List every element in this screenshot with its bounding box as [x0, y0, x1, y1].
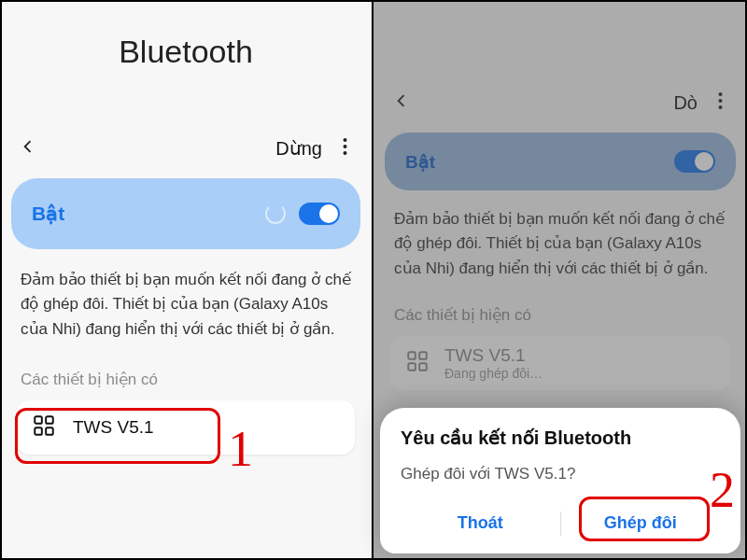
dialog-title: Yêu cầu kết nối Bluetooth	[401, 427, 720, 449]
back-icon[interactable]	[392, 91, 411, 114]
pairing-request-dialog: Yêu cầu kết nối Bluetooth Ghép đôi với T…	[380, 408, 740, 553]
bluetooth-toggle-card[interactable]: Bật	[11, 178, 360, 249]
svg-point-9	[719, 105, 723, 109]
svg-point-7	[719, 92, 723, 96]
toggle-label: Bật	[32, 203, 64, 225]
svg-rect-10	[408, 352, 416, 359]
svg-rect-13	[419, 363, 427, 371]
visibility-description: Đảm bảo thiết bị bạn muốn kết nối đang ở…	[0, 249, 372, 342]
annotation-number-2: 2	[710, 461, 735, 519]
bluetooth-toggle-card[interactable]: Bật	[385, 133, 736, 190]
device-type-icon	[32, 413, 56, 442]
bluetooth-toggle[interactable]	[299, 203, 340, 225]
toggle-label: Bật	[405, 151, 435, 173]
device-name: TWS V5.1	[73, 417, 154, 438]
dialog-message: Ghép đôi với TWS V5.1?	[401, 449, 720, 502]
svg-point-0	[344, 138, 347, 142]
sub-header: Dừng	[0, 79, 372, 173]
scan-button[interactable]: Dò	[673, 92, 698, 114]
device-row-tws[interactable]: TWS V5.1 Đang ghép đôi…	[390, 336, 730, 390]
svg-point-1	[344, 145, 347, 148]
sub-header: Dò	[374, 0, 747, 127]
more-options-icon[interactable]	[343, 137, 347, 160]
annotation-number-1: 1	[228, 420, 253, 478]
svg-rect-3	[35, 416, 42, 424]
svg-rect-12	[408, 363, 416, 371]
left-screenshot: Bluetooth Dừng Bật Đảm bảo thiết bị bạn …	[0, 0, 374, 560]
device-status: Đang ghép đôi…	[444, 366, 543, 381]
device-name: TWS V5.1	[444, 345, 543, 366]
back-icon[interactable]	[19, 137, 37, 160]
available-devices-header: Các thiết bị hiện có	[374, 281, 747, 330]
loading-spinner-icon	[265, 203, 286, 224]
svg-point-8	[719, 99, 723, 103]
more-options-icon[interactable]	[718, 91, 723, 114]
svg-rect-11	[419, 352, 427, 359]
page-title: Bluetooth	[0, 0, 372, 79]
device-row-tws[interactable]: TWS V5.1	[17, 400, 355, 455]
svg-rect-5	[35, 427, 42, 435]
device-type-icon	[405, 349, 430, 378]
svg-point-2	[344, 151, 347, 155]
right-screenshot: Dò Bật Đảm bảo thiết bị bạn muốn kết nối…	[374, 0, 747, 560]
svg-rect-4	[46, 416, 53, 424]
available-devices-header: Các thiết bị hiện có	[0, 342, 372, 395]
stop-scan-button[interactable]: Dừng	[275, 137, 322, 160]
bluetooth-toggle[interactable]	[674, 150, 715, 173]
pair-button[interactable]: Ghép đôi	[561, 502, 721, 544]
svg-rect-6	[46, 427, 53, 435]
visibility-description: Đảm bảo thiết bị bạn muốn kết nối đang ở…	[374, 190, 747, 281]
cancel-button[interactable]: Thoát	[401, 502, 560, 544]
